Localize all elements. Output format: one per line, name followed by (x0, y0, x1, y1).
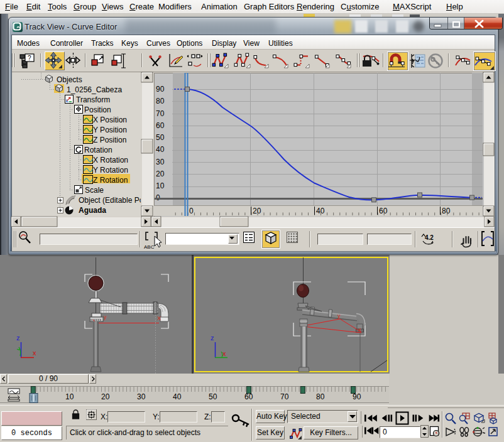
svg-text:20: 20 (253, 207, 261, 215)
svg-text:4.2: 4.2 (425, 234, 434, 241)
svg-text:40: 40 (316, 207, 325, 215)
svg-text:y: y (104, 314, 107, 320)
svg-text:80: 80 (442, 207, 451, 215)
svg-text:y: y (337, 313, 341, 319)
svg-text:z: z (16, 334, 20, 342)
svg-text:x: x (33, 349, 36, 357)
svg-text:X: X (157, 315, 161, 321)
svg-text:ABC: ABC (144, 244, 155, 250)
svg-text:z: z (211, 334, 214, 342)
svg-text:x: x (222, 350, 226, 357)
svg-text:0: 0 (189, 207, 194, 215)
svg-text:?: ? (28, 55, 31, 62)
svg-text:60: 60 (379, 207, 388, 215)
